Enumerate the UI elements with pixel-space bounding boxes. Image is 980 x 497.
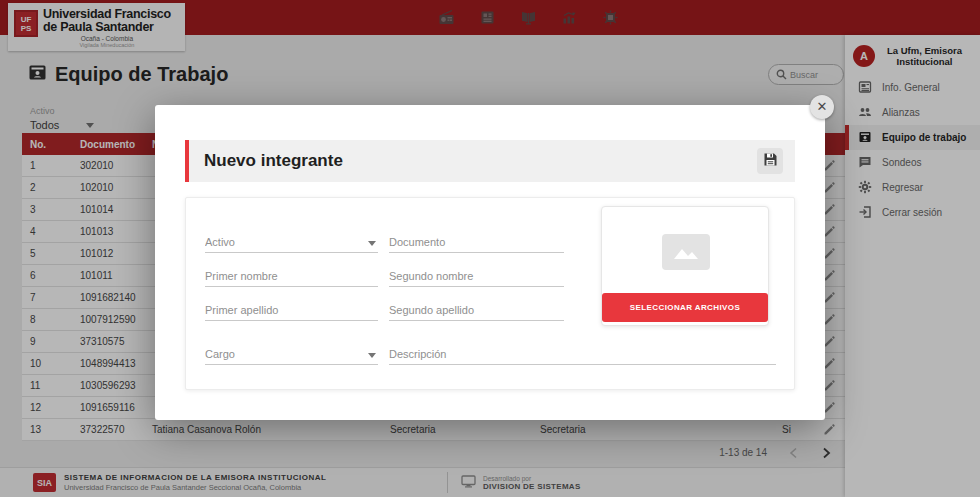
segundo-apellido-input[interactable] — [389, 304, 564, 316]
chevron-down-icon — [368, 241, 376, 246]
descripcion-input[interactable] — [389, 348, 776, 360]
segundo-nombre-input[interactable] — [389, 270, 564, 282]
save-button[interactable] — [757, 148, 783, 174]
documento-input[interactable] — [389, 236, 564, 248]
primer-apellido-input[interactable] — [205, 304, 378, 316]
modal-header: Nuevo integrante — [185, 140, 795, 182]
nuevo-integrante-modal: ✕ Nuevo integrante — [155, 105, 825, 420]
close-icon[interactable]: ✕ — [810, 95, 834, 119]
activo-input[interactable] — [205, 236, 378, 248]
select-files-button[interactable]: SELECCIONAR ARCHIVOS — [602, 293, 768, 322]
photo-upload-card: SELECCIONAR ARCHIVOS — [601, 206, 769, 326]
descripcion-field[interactable] — [389, 343, 776, 365]
modal-title: Nuevo integrante — [204, 151, 343, 171]
segundo-nombre-field[interactable] — [389, 265, 564, 287]
save-icon — [763, 152, 778, 170]
segundo-apellido-field[interactable] — [389, 299, 564, 321]
app-window: UFPS Universidad Francisco de Paula Sant… — [0, 0, 980, 497]
primer-apellido-field[interactable] — [205, 299, 378, 321]
cargo-select[interactable] — [205, 343, 378, 365]
documento-field[interactable] — [389, 231, 564, 253]
cargo-input[interactable] — [205, 348, 378, 360]
image-placeholder-icon — [662, 234, 710, 270]
activo-select[interactable] — [205, 231, 378, 253]
primer-nombre-field[interactable] — [205, 265, 378, 287]
chevron-down-icon — [368, 353, 376, 358]
modal-form-card: SELECCIONAR ARCHIVOS — [185, 197, 795, 390]
primer-nombre-input[interactable] — [205, 270, 378, 282]
